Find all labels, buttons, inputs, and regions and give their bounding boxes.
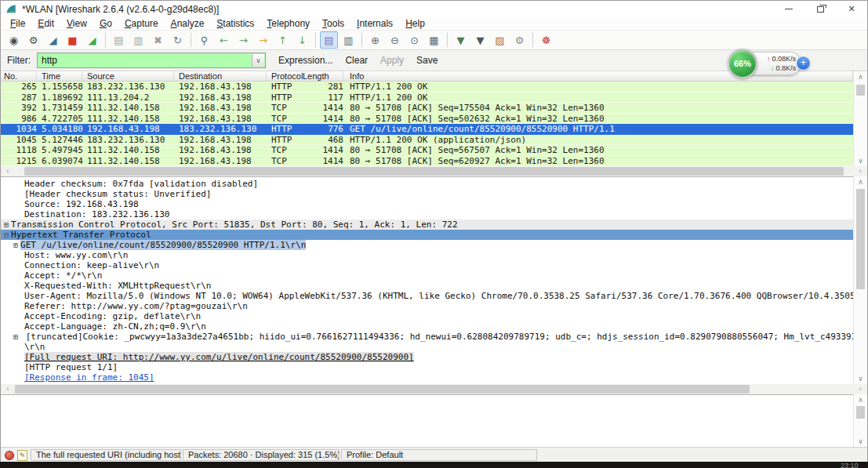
go-back-icon[interactable]: ←: [215, 31, 233, 49]
go-forward-icon[interactable]: →: [234, 31, 252, 49]
close-capture-icon[interactable]: ✖: [149, 31, 167, 49]
find-packet-icon[interactable]: ⚲: [195, 31, 213, 49]
detail-line[interactable]: [Response in frame: 1045]: [1, 372, 853, 383]
packet-row[interactable]: 1118 5.497945 111.32.140.158 192.168.43.…: [1, 145, 853, 156]
menu-item[interactable]: Tools: [316, 17, 350, 30]
menu-item[interactable]: Capture: [118, 17, 165, 30]
scroll-up-icon[interactable]: ∧: [854, 176, 867, 187]
list-interfaces-icon[interactable]: ◉: [5, 31, 23, 49]
scroll-up-icon[interactable]: ∧: [854, 71, 867, 82]
save-button[interactable]: Save: [416, 55, 438, 66]
detail-line[interactable]: ⊞Transmission Control Protocol, Src Port…: [1, 219, 853, 230]
save-capture-icon[interactable]: ▥: [129, 31, 147, 49]
filter-dropdown-arrow-icon[interactable]: ∨: [252, 54, 264, 67]
scroll-down-icon[interactable]: ∨: [854, 373, 867, 384]
packet-row[interactable]: 392 1.731459 111.32.140.158 192.168.43.1…: [1, 103, 853, 114]
close-button[interactable]: ✕: [836, 1, 867, 17]
reload-capture-icon[interactable]: ↻: [169, 31, 187, 49]
resize-columns-icon[interactable]: ▦: [425, 31, 443, 49]
detail-line[interactable]: Host: www.yy.com\r\n: [1, 250, 853, 260]
packet-row[interactable]: 1045 5.127446 183.232.136.130 192.168.43…: [1, 135, 853, 146]
packet-row[interactable]: 265 1.155658 183.232.136.130 192.168.43.…: [1, 82, 853, 93]
go-to-top-icon[interactable]: ↑: [274, 31, 292, 49]
packet-row[interactable]: 287 1.189692 111.13.204.2 192.168.43.198…: [1, 93, 853, 103]
detail-line[interactable]: User-Agent: Mozilla/5.0 (Windows NT 10.0…: [1, 291, 853, 301]
hex-row[interactable]: 000088 d5 0c e4 63 ed 3e 958f 5d ee 71 0…: [1, 437, 853, 447]
display-filters-icon[interactable]: ▼: [471, 31, 489, 49]
detail-line[interactable]: Referer: http://www.yy.com/?ptag=gouzai\…: [1, 301, 853, 311]
packet-row[interactable]: 986 4.722705 111.32.140.158 192.168.43.1…: [1, 114, 853, 125]
menu-item[interactable]: File: [4, 17, 31, 30]
coloring-rules-icon[interactable]: ▨: [491, 31, 509, 49]
detail-line[interactable]: X-Requested-With: XMLHttpRequest\r\n: [1, 281, 853, 291]
minimize-button[interactable]: [773, 1, 804, 17]
scrollbar-thumb[interactable]: [856, 406, 865, 419]
detail-line[interactable]: Source: 192.168.43.198: [1, 199, 853, 209]
expander-icon[interactable]: ⊞: [4, 219, 9, 230]
menu-item[interactable]: Edit: [31, 17, 60, 30]
detail-line[interactable]: Connection: keep-alive\r\n: [1, 260, 853, 270]
start-capture-icon[interactable]: ◢: [44, 31, 62, 49]
title-bar[interactable]: *WLAN [Wireshark 2.6.4 (v2.6.4-0-g29d48e…: [1, 1, 867, 17]
restore-button[interactable]: [804, 1, 836, 17]
go-to-packet-icon[interactable]: →: [254, 31, 272, 49]
scrollbar-thumb[interactable]: [15, 385, 750, 394]
profile-text[interactable]: Profile: Default: [341, 449, 537, 461]
expander-icon[interactable]: ⊞: [13, 240, 18, 250]
stop-capture-icon[interactable]: ■: [64, 31, 82, 49]
detail-line[interactable]: [Header checksum status: Unverified]: [1, 189, 853, 199]
menu-item[interactable]: Go: [93, 17, 118, 30]
scroll-down-icon[interactable]: ∨: [854, 436, 867, 447]
auto-scroll-icon[interactable]: ▥: [340, 31, 358, 49]
details-scrollbar[interactable]: ∧ ∨: [853, 176, 867, 384]
column-header[interactable]: No.: [1, 71, 37, 81]
scrollbar-thumb[interactable]: [856, 85, 865, 96]
detail-line[interactable]: Accept: */*\r\n: [1, 270, 853, 281]
apply-button[interactable]: Apply: [380, 55, 404, 66]
help-icon[interactable]: ☸: [537, 31, 555, 49]
capture-comment-icon[interactable]: ✎: [17, 450, 27, 461]
packet-row[interactable]: 1034 5.034180 192.168.43.198 183.232.136…: [1, 124, 853, 135]
preferences-icon[interactable]: ⚙: [510, 31, 528, 49]
menu-item[interactable]: Help: [399, 17, 431, 30]
scroll-right-icon[interactable]: ›: [855, 166, 866, 176]
go-to-bottom-icon[interactable]: ↓: [293, 31, 311, 49]
capture-options-icon[interactable]: ⚙: [24, 31, 42, 49]
detail-line[interactable]: \r\n: [1, 342, 853, 352]
menu-item[interactable]: Statistics: [210, 17, 260, 30]
detail-line[interactable]: Header checksum: 0x7fda [validation disa…: [1, 179, 853, 189]
detail-line[interactable]: [HTTP request 1/1]: [1, 362, 853, 372]
colorize-packets-icon[interactable]: ▤: [320, 31, 338, 49]
menu-item[interactable]: Internals: [350, 17, 399, 30]
detail-line[interactable]: ⊞GET /u/live/online/count/85520900/85520…: [1, 240, 853, 250]
menu-item[interactable]: View: [60, 17, 93, 30]
clear-button[interactable]: Clear: [345, 55, 368, 66]
scrollbar-thumb[interactable]: [856, 189, 865, 289]
scrollbar-thumb[interactable]: [24, 167, 844, 176]
detail-line[interactable]: Accept-Language: zh-CN,zh;q=0.9\r\n: [1, 321, 853, 332]
scroll-right-icon[interactable]: ›: [855, 384, 866, 394]
expander-icon[interactable]: ⊞: [13, 332, 18, 342]
scroll-left-icon[interactable]: ‹: [2, 166, 13, 176]
zoom-out-icon[interactable]: ⊖: [386, 31, 404, 49]
expander-icon[interactable]: ⊟: [4, 230, 9, 240]
packet-list-scrollbar[interactable]: ∧ ∨: [853, 71, 867, 166]
detail-line[interactable]: ⊟Hypertext Transfer Protocol: [1, 230, 853, 240]
expression-button[interactable]: Expression...: [278, 55, 332, 66]
packet-list-hscrollbar[interactable]: ‹ ›: [1, 166, 867, 176]
scroll-up-icon[interactable]: ∧: [854, 394, 867, 405]
menu-item[interactable]: Analyze: [165, 17, 211, 30]
capture-filters-icon[interactable]: ▼: [452, 31, 470, 49]
column-header[interactable]: Source: [82, 71, 174, 81]
detail-line[interactable]: ⊞ [truncated]Cookie: _pwcwyy=1a3a3de27a4…: [1, 332, 853, 342]
column-header[interactable]: Time: [37, 71, 82, 81]
detail-line[interactable]: Destination: 183.232.136.130: [1, 209, 853, 219]
scroll-down-icon[interactable]: ∨: [854, 155, 867, 166]
zoom-in-icon[interactable]: ⊕: [366, 31, 384, 49]
scroll-left-icon[interactable]: ‹: [2, 384, 13, 394]
column-header[interactable]: Destination: [174, 71, 267, 81]
filter-input[interactable]: http ∨: [37, 53, 266, 68]
menu-item[interactable]: Telephony: [260, 17, 316, 30]
open-capture-icon[interactable]: ▤: [110, 31, 128, 49]
hex-scrollbar[interactable]: ∧ ∨: [853, 394, 867, 447]
